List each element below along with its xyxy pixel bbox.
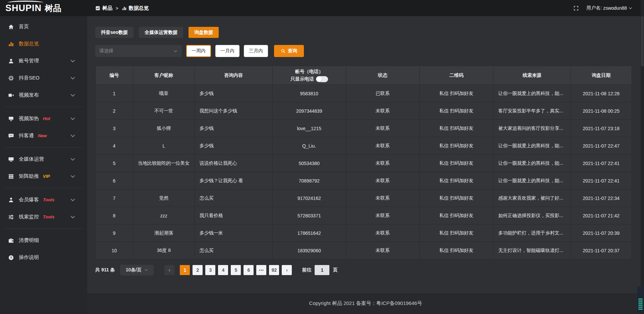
pagination-bar: 共 911 条 10条/页 ‹ 123456•••92 › 前往 页 [95,265,632,275]
chevron-down-icon [70,197,76,203]
page-button-3[interactable]: 3 [205,265,215,275]
home-icon [8,24,14,30]
svg-text:?: ? [10,256,12,259]
next-page-button[interactable]: › [282,265,292,275]
cell-date: 2021-11-08 12:28 [571,85,632,102]
logo-arc-decoration [7,1,44,5]
page-button-4[interactable]: 4 [218,265,228,275]
source-link[interactable]: 让你一眼就爱上的黑科技，能... [493,172,571,190]
qr-link[interactable]: 私信 扫码加好友 [419,155,493,172]
source-link[interactable]: 让你一眼就爱上的黑科技，能... [493,155,571,172]
gear-icon [8,75,14,81]
source-link[interactable]: 让你一眼就爱上的黑科技，能... [493,85,571,102]
sidebar-item-视频加热[interactable]: 视频加热Hot [0,110,87,127]
source-link[interactable]: 无主灯设计，智能磁吸轨道灯... [493,242,571,259]
qr-link[interactable]: 私信 扫码加好友 [419,102,493,120]
page-button-92[interactable]: 92 [269,265,279,275]
chevron-down-icon [70,214,76,220]
filter-bar: 请选择 一周内一月内三月内 查询 [95,45,632,57]
breadcrumb-current[interactable]: 数据总览 [122,5,149,11]
main-content: 抖音seo数据全媒体运营数据询盘数据 请选择 一周内一月内三月内 查询 编号客户… [87,16,644,314]
qr-link[interactable]: 私信 扫码加好友 [419,207,493,224]
qr-link[interactable]: 私信 扫码加好友 [419,85,493,102]
source-link[interactable]: 被大家追着问的客厅投影分享... [493,120,571,137]
page-ellipsis[interactable]: ••• [256,265,266,275]
sidebar-item-抖音SEO[interactable]: 抖音SEO [0,69,87,87]
time-filter-三月内[interactable]: 三月内 [244,45,268,57]
cell-content: 多少钱 [195,137,272,155]
sidebar-item-badge: Hot [43,116,50,121]
sidebar-item-badge: Tools [43,197,54,202]
source-link[interactable]: 感谢大家喜欢我家，被问了好... [493,190,571,207]
page-button-1[interactable]: 1 [180,265,190,275]
cell-content: 怎么买 [195,242,272,259]
chevron-down-icon [70,133,76,139]
sidebar-item-数据总览[interactable]: 数据总览 [0,35,87,52]
wallet-icon [8,238,14,244]
table-row: 8zzz我只看价格572803371未联系私信 扫码加好友如何正确选择投影仪，买… [96,207,632,224]
sidebar-item-视频发布[interactable]: 视频发布 [0,87,87,104]
sidebar-item-账号管理[interactable]: 账号管理 [0,52,87,69]
phone-only-toggle[interactable] [316,76,328,82]
sidebar-item-label: 操作说明 [19,254,39,261]
cell-id: 1 [96,85,133,102]
cell-nickname: 潮起潮落 [133,224,195,242]
tab-询盘数据[interactable]: 询盘数据 [189,27,219,38]
query-button[interactable]: 查询 [274,45,304,57]
bar-chart-icon [8,41,14,47]
user-menu[interactable]: 用户名: zswodun88 [586,5,633,11]
source-link[interactable]: 多功能护栏灯，适用于乡村文... [493,224,571,242]
cell-date: 2021-11-08 00:25 [571,102,632,120]
sidebar-item-label: 全媒体运营 [19,156,44,162]
account-select[interactable]: 请选择 [95,45,182,57]
sidebar-item-label: 抖客通 [19,133,34,139]
sidebar-item-线索监控[interactable]: 线索监控Tools [0,208,87,225]
table-row: 2不可一世我想问这个多少钱2097344839未联系私信 扫码加好友客厅安装投影… [96,102,632,120]
cell-status: 未联系 [346,224,419,242]
qr-link[interactable]: 私信 扫码加好友 [419,137,493,155]
sidebar-item-抖客通[interactable]: 抖客通New [0,127,87,144]
fullscreen-icon[interactable] [573,5,579,11]
qr-link[interactable]: 私信 扫码加好友 [419,190,493,207]
qr-link[interactable]: 私信 扫码加好友 [419,224,493,242]
cell-id: 8 [96,207,133,224]
qr-link[interactable]: 私信 扫码加好友 [419,120,493,137]
qr-link[interactable]: 私信 扫码加好友 [419,172,493,190]
sidebar-item-首页[interactable]: 首页 [0,18,87,35]
sidebar-item-操作说明[interactable]: ?操作说明 [0,249,87,266]
breadcrumb-brand[interactable]: 树品 [95,5,112,11]
prev-page-button[interactable]: ‹ [164,265,174,275]
source-link[interactable]: 如何正确选择投影仪，买投影... [493,207,571,224]
logo-text-cjk: 树品 [45,3,61,14]
tab-抖音seo数据[interactable]: 抖音seo数据 [95,27,133,38]
time-filter-一周内[interactable]: 一周内 [186,45,211,57]
page-size-select[interactable]: 10条/页 [120,265,154,275]
cell-date: 2021-11-07 22:47 [571,137,632,155]
sidebar-item-label: 矩阵助推 [19,173,39,179]
table-body: 1哦章多少钱9583810已联系私信 扫码加好友让你一眼就爱上的黑科技，能...… [96,85,632,259]
source-link[interactable]: 客厅安装投影半年多了，真实... [493,102,571,120]
time-buttons-slot: 一周内一月内三月内 [182,45,268,57]
time-filter-一月内[interactable]: 一月内 [215,45,239,57]
source-link[interactable]: 让你一眼就爱上的黑科技，能... [493,137,571,155]
column-header-二维码: 二维码 [419,66,493,85]
table-row: 6多少钱？让我死心 看70898792未联系私信 扫码加好友让你一眼就爱上的黑科… [96,172,632,190]
sidebar-item-矩阵助推[interactable]: 矩阵助推VIP [0,168,87,185]
sidebar-item-会员爆客[interactable]: 会员爆客Tools [0,191,87,208]
chevron-down-icon [70,173,76,179]
sidebar-item-label: 会员爆客 [19,197,39,203]
scrollbar-thumb[interactable] [641,16,644,66]
page-button-6[interactable]: 6 [244,265,254,275]
video-icon [8,92,14,98]
monitor-icon [8,156,14,162]
sliders-icon [8,214,14,220]
qr-link[interactable]: 私信 扫码加好友 [419,242,493,259]
browser-scrollbar[interactable] [641,0,644,314]
page-button-2[interactable]: 2 [193,265,203,275]
tab-全媒体运营数据[interactable]: 全媒体运营数据 [139,27,183,38]
sidebar-item-消费明细[interactable]: 消费明细 [0,232,87,249]
sidebar-item-全媒体运营[interactable]: 全媒体运营 [0,151,87,168]
jump-page-input[interactable] [315,265,329,275]
cell-status: 未联系 [346,190,419,207]
page-button-5[interactable]: 5 [231,265,241,275]
